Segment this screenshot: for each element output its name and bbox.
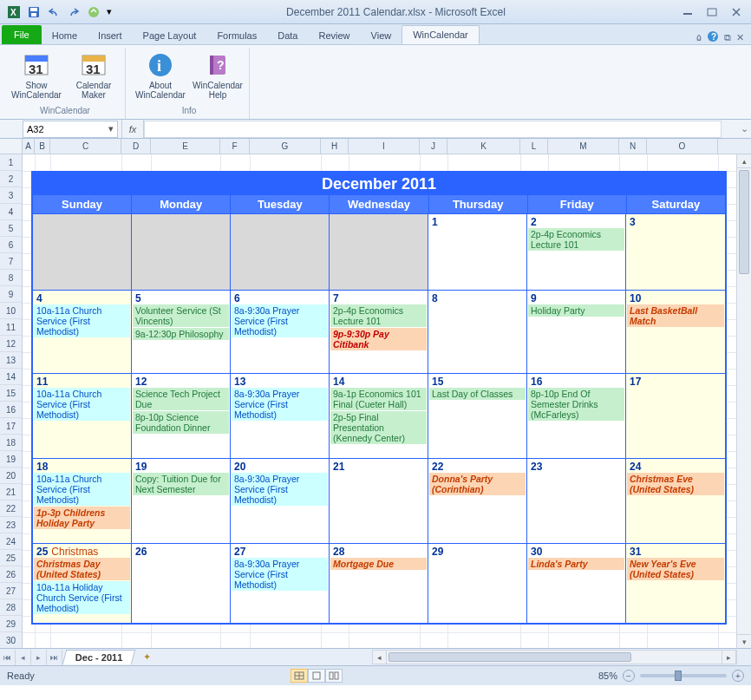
calendar-event[interactable]: 9a-1p Economics 101 Final (Cueter Hall) bbox=[330, 388, 427, 410]
calendar-cell[interactable]: 3 bbox=[626, 214, 725, 290]
row-header[interactable]: 26 bbox=[0, 566, 22, 583]
window-restore-icon[interactable]: ⧉ bbox=[724, 32, 731, 43]
redo-icon[interactable] bbox=[65, 3, 82, 21]
calendar-cell[interactable]: 28Mortgage Due bbox=[330, 544, 428, 623]
tab-page-layout[interactable]: Page Layout bbox=[133, 27, 207, 44]
hscroll-thumb[interactable] bbox=[389, 652, 631, 662]
calendar-cell[interactable]: 1 bbox=[428, 214, 527, 290]
maximize-button[interactable] bbox=[702, 4, 722, 20]
save-icon[interactable] bbox=[25, 3, 42, 21]
calendar-event[interactable]: 1p-3p Childrens Holiday Party bbox=[34, 507, 130, 529]
row-header[interactable]: 25 bbox=[0, 550, 22, 566]
row-header[interactable]: 15 bbox=[0, 385, 22, 402]
calendar-cell[interactable]: 19Copy: Tuition Due for Next Semester bbox=[132, 459, 231, 543]
tab-last-icon[interactable]: ⏭ bbox=[47, 650, 62, 665]
calendar-cell[interactable]: 410a-11a Church Service (First Methodist… bbox=[33, 291, 132, 373]
formula-expand-icon[interactable]: ⌄ bbox=[737, 123, 751, 134]
tab-prev-icon[interactable]: ◂ bbox=[16, 650, 31, 665]
calendar-event[interactable]: Volunteer Service (St Vincents) bbox=[133, 304, 229, 327]
calendar-event[interactable]: Christmas Day (United States) bbox=[34, 558, 130, 580]
calendar-cell[interactable]: 17 bbox=[626, 374, 725, 458]
col-header[interactable]: K bbox=[447, 139, 520, 154]
calendar-event[interactable]: Copy: Tuition Due for Next Semester bbox=[133, 473, 229, 495]
row-header[interactable]: 14 bbox=[0, 369, 22, 385]
col-header[interactable]: E bbox=[151, 139, 220, 154]
calendar-event[interactable]: Last BasketBall Match bbox=[627, 304, 724, 327]
horizontal-scrollbar[interactable]: ◂ ▸ bbox=[372, 650, 736, 664]
calendar-cell[interactable] bbox=[132, 214, 231, 290]
calendar-event[interactable]: 8p-10p End Of Semester Drinks (McFarleys… bbox=[528, 388, 624, 421]
row-header[interactable]: 12 bbox=[0, 336, 22, 352]
calendar-event[interactable]: Christmas Eve (United States) bbox=[627, 473, 724, 495]
calendar-event[interactable]: 2p-5p Final Presentation (Kennedy Center… bbox=[330, 411, 427, 444]
calendar-cell[interactable]: 5Volunteer Service (St Vincents)9a-12:30… bbox=[132, 291, 231, 373]
page-break-view-button[interactable] bbox=[325, 669, 343, 683]
calendar-maker-button[interactable]: 31 Calendar Maker bbox=[68, 49, 120, 104]
qat-dropdown-icon[interactable]: ▾ bbox=[105, 3, 114, 21]
col-header[interactable]: A bbox=[23, 139, 35, 154]
help-icon[interactable]: ? bbox=[707, 30, 719, 44]
calendar-cell[interactable]: 138a-9:30a Prayer Service (First Methodi… bbox=[231, 374, 330, 458]
calendar-cell[interactable] bbox=[231, 214, 330, 290]
chevron-down-icon[interactable]: ▾ bbox=[108, 123, 114, 134]
calendar-cell[interactable]: 22p-4p Economics Lecture 101 bbox=[527, 214, 626, 290]
calendar-event[interactable]: 10a-11a Church Service (First Methodist) bbox=[34, 388, 130, 421]
row-header[interactable]: 29 bbox=[0, 616, 22, 632]
tab-wincalendar[interactable]: WinCalendar bbox=[402, 25, 480, 44]
minimize-button[interactable] bbox=[678, 4, 697, 20]
col-header[interactable]: C bbox=[50, 139, 121, 154]
select-all-corner[interactable] bbox=[0, 139, 23, 154]
col-header[interactable]: N bbox=[619, 139, 647, 154]
calendar-event[interactable]: 8a-9:30a Prayer Service (First Methodist… bbox=[232, 304, 328, 337]
calendar-event[interactable]: Holiday Party bbox=[528, 304, 624, 317]
row-header[interactable]: 5 bbox=[0, 220, 22, 237]
calendar-cell[interactable]: 26 bbox=[132, 544, 231, 623]
col-header[interactable]: D bbox=[121, 139, 151, 154]
scroll-left-icon[interactable]: ◂ bbox=[373, 651, 387, 664]
col-header[interactable]: I bbox=[349, 139, 420, 154]
calendar-event[interactable]: 8p-10p Science Foundation Dinner bbox=[133, 411, 229, 434]
calendar-cell[interactable]: 24Christmas Eve (United States) bbox=[626, 459, 725, 543]
close-button[interactable] bbox=[727, 4, 746, 20]
row-header[interactable]: 17 bbox=[0, 418, 22, 435]
undo-icon[interactable] bbox=[45, 3, 62, 21]
row-header[interactable]: 7 bbox=[0, 253, 22, 270]
normal-view-button[interactable] bbox=[291, 669, 308, 683]
tab-insert[interactable]: Insert bbox=[88, 27, 133, 44]
window-close2-icon[interactable]: ✕ bbox=[736, 32, 744, 43]
col-header[interactable]: M bbox=[548, 139, 619, 154]
tab-view[interactable]: View bbox=[361, 27, 402, 44]
col-header[interactable]: J bbox=[420, 139, 447, 154]
row-header[interactable]: 30 bbox=[0, 632, 22, 649]
tab-data[interactable]: Data bbox=[267, 27, 308, 44]
calendar-event[interactable]: Linda's Party bbox=[528, 558, 624, 570]
zoom-value[interactable]: 85% bbox=[598, 671, 617, 681]
row-header[interactable]: 23 bbox=[0, 517, 22, 533]
row-header[interactable]: 10 bbox=[0, 303, 22, 319]
calendar-event[interactable]: 9a-12:30p Philosophy bbox=[133, 328, 229, 340]
about-button[interactable]: i About WinCalendar bbox=[134, 49, 186, 104]
row-header[interactable]: 1 bbox=[0, 154, 22, 171]
calendar-cell[interactable]: 10Last BasketBall Match bbox=[626, 291, 725, 373]
row-header[interactable]: 11 bbox=[0, 319, 22, 336]
calendar-cell[interactable]: 31New Year's Eve (United States) bbox=[626, 544, 725, 623]
calendar-cell[interactable]: 25ChristmasChristmas Day (United States)… bbox=[33, 544, 132, 623]
calendar-cell[interactable]: 30Linda's Party bbox=[527, 544, 626, 623]
calendar-cell[interactable]: 168p-10p End Of Semester Drinks (McFarle… bbox=[527, 374, 626, 458]
page-layout-view-button[interactable] bbox=[308, 669, 325, 683]
row-header[interactable]: 16 bbox=[0, 402, 22, 418]
row-header[interactable]: 21 bbox=[0, 484, 22, 500]
calendar-cell[interactable]: 9Holiday Party bbox=[527, 291, 626, 373]
scroll-up-icon[interactable]: ▴ bbox=[737, 154, 751, 168]
calendar-event[interactable]: 9p-9:30p Pay Citibank bbox=[330, 328, 427, 350]
calendar-event[interactable]: 10a-11a Church Service (First Methodist) bbox=[34, 304, 130, 337]
formula-input[interactable] bbox=[144, 121, 722, 138]
calendar-cell[interactable]: 278a-9:30a Prayer Service (First Methodi… bbox=[231, 544, 330, 623]
row-header[interactable]: 19 bbox=[0, 451, 22, 468]
calendar-cell[interactable]: 8 bbox=[428, 291, 527, 373]
scroll-down-icon[interactable]: ▾ bbox=[737, 634, 751, 648]
calendar-cell[interactable]: 21 bbox=[330, 459, 428, 543]
tab-formulas[interactable]: Formulas bbox=[206, 27, 267, 44]
zoom-slider[interactable] bbox=[640, 674, 727, 677]
tab-review[interactable]: Review bbox=[308, 27, 360, 44]
